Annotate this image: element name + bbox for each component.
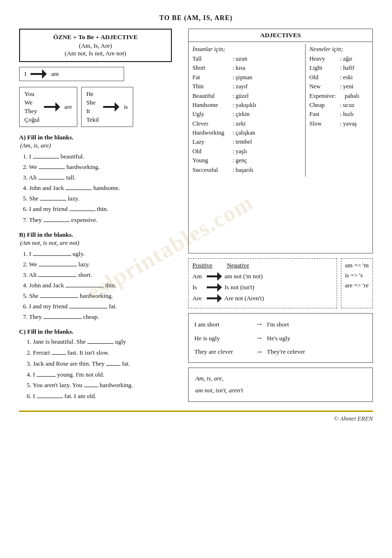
adj-tr: : zeki — [233, 119, 301, 128]
blank — [69, 308, 107, 308]
adj-row: Beautiful: güzel — [192, 92, 301, 101]
adj-right-title: Nesneler için; — [309, 46, 369, 53]
example-right-3: They're celever — [267, 346, 305, 357]
adj-word: Slow — [309, 119, 338, 128]
list-item: 6. I fat. I am old. — [27, 391, 181, 402]
list-item: 2. Ferrari fast. It isn't slow. — [27, 347, 181, 358]
pronoun-multi: You We They Çoğul are — [19, 87, 181, 127]
adjectives-left: İnsanlar için; Tall: uzun Short: kısa Fa… — [189, 44, 306, 177]
adj-row: Old: eski — [309, 73, 369, 82]
svg-marker-5 — [115, 102, 119, 112]
svg-rect-8 — [207, 286, 217, 288]
adj-word: Light — [309, 63, 338, 73]
verb-label-are: Are — [192, 295, 206, 302]
adj-tr: : yavaş — [340, 119, 369, 128]
arrow-icon-1: → — [255, 317, 263, 331]
adj-tr: : ucuz — [340, 101, 369, 110]
list-item: 3. Jack and Rose are thin. They fat. — [27, 358, 181, 369]
adj-tr: : tembel — [233, 137, 301, 147]
adj-word: Ugly — [192, 110, 231, 119]
pos-neg-header: Positive Negative — [192, 262, 333, 269]
singular-pronouns: He She It Tekil — [86, 90, 99, 124]
example-row-2: He is ugly → He's ugly — [194, 331, 367, 345]
exercise-a-sub: (Am, is, are) — [20, 142, 181, 149]
exercise-a: A) Fill in the blanks. (Am, is, are) 1. … — [19, 134, 181, 225]
am-is-are-line2: am not, isn't, aren't — [195, 385, 366, 397]
adj-word: Old — [309, 73, 338, 82]
blank — [38, 276, 76, 277]
adjectives-box: ADJECTIVES İnsanlar için; Tall: uzun Sho… — [188, 29, 373, 253]
pronoun-cogul: Çoğul — [24, 116, 40, 124]
adj-word: Cheap — [309, 101, 338, 110]
example-right-2: He's ugly — [267, 333, 290, 344]
blank — [106, 365, 120, 366]
list-item: 1. I ugly. — [23, 249, 181, 259]
plural-pronouns: You We They Çoğul — [24, 90, 40, 124]
neg-text-am: am not ('m not) — [223, 273, 333, 280]
adj-word: Handsome — [192, 101, 231, 110]
list-item: 3. Ali short. — [23, 270, 181, 280]
adj-word: Old — [192, 147, 231, 156]
adj-row: Fast: hızlı — [309, 110, 369, 119]
adj-word: Successful — [192, 166, 231, 175]
adj-tr: pahalı — [345, 92, 369, 101]
ozne-sub1: (Am, Is, Are) — [26, 42, 165, 50]
svg-rect-4 — [103, 106, 115, 108]
adj-tr: : hızlı — [340, 110, 369, 119]
list-item: 4. I young. I'm not old. — [27, 369, 181, 380]
blank — [37, 376, 56, 377]
adj-tr: : güzel — [233, 92, 301, 101]
pos-neg-main: Positive Negative Am am not ('m not) — [188, 258, 337, 308]
am-is-are-line1: Am, is, are, — [195, 373, 366, 385]
adj-row: Thin: zayıf — [192, 82, 301, 91]
pronoun-it: It — [86, 107, 99, 115]
ozne-box: ÖZNE + To Be + ADJECTIVE (Am, Is, Are) (… — [19, 29, 172, 62]
page-title: TO BE (AM, IS, ARE) — [19, 14, 373, 22]
blank — [40, 200, 66, 200]
arrow-singular-is — [103, 102, 120, 112]
arrow-plural-are — [43, 102, 61, 112]
blank — [33, 255, 71, 256]
svg-marker-7 — [217, 272, 222, 281]
adj-tr: : yakışıklı — [233, 101, 301, 110]
adj-tr: : eski — [340, 73, 369, 82]
exercise-a-list: 1. I beautiful. 2. We hardworking. 3. Al… — [19, 151, 181, 225]
adj-row: Successful: başarılı — [192, 166, 301, 175]
contraction-is: is => 's — [345, 272, 369, 279]
svg-rect-2 — [44, 106, 55, 108]
contraction-are: are => 're — [345, 282, 369, 289]
adj-tr: : yeni — [340, 82, 369, 91]
adj-tr: : uzun — [233, 54, 301, 63]
arrow-icon-3: → — [255, 345, 263, 359]
svg-rect-0 — [31, 73, 42, 75]
adj-tr: : kısa — [233, 63, 301, 73]
exercise-a-header: A) Fill in the blanks. — [19, 134, 181, 141]
adj-row: Fat: şişman — [192, 73, 301, 82]
list-item: 2. We lazy. — [23, 259, 181, 270]
adj-row: Young: genç — [192, 156, 301, 165]
adj-tr: : şişman — [233, 73, 301, 82]
adj-word: Fast — [309, 110, 338, 119]
pronoun-we: We — [24, 99, 40, 106]
example-left-2: He is ugly — [194, 333, 252, 344]
pronoun-she: She — [86, 99, 99, 106]
blank — [52, 354, 66, 355]
adj-row: Lazy: tembel — [192, 137, 301, 147]
left-column: ÖZNE + To Be + ADJECTIVE (Am, Is, Are) (… — [19, 29, 181, 402]
arrow-icon-2: → — [255, 331, 263, 345]
adj-word: Fat — [192, 73, 231, 82]
pronoun-you: You — [24, 90, 40, 98]
adj-word: Lazy — [192, 137, 231, 147]
exercise-b-list: 1. I ugly. 2. We lazy. 3. Ali short. 4. … — [19, 249, 181, 323]
exercise-c: C) Fill in the blanks. 1. Jane is beauti… — [19, 328, 181, 402]
pos-neg-row-am: Am am not ('m not) — [192, 272, 333, 281]
adj-row: Heavy: ağır — [309, 54, 369, 63]
blank — [43, 318, 82, 319]
svg-marker-9 — [217, 283, 222, 292]
am-is-are-box: Am, is, are, am not, isn't, aren't — [188, 368, 373, 401]
adj-word: Expensive: — [309, 92, 343, 101]
adjectives-content: İnsanlar için; Tall: uzun Short: kısa Fa… — [189, 42, 372, 179]
example-row-3: They are clever → They're celever — [194, 345, 367, 359]
bottom-bar: © Ahmet EREN — [19, 411, 373, 422]
ozne-sub2: (Am not, Is not, Are not) — [26, 50, 165, 57]
